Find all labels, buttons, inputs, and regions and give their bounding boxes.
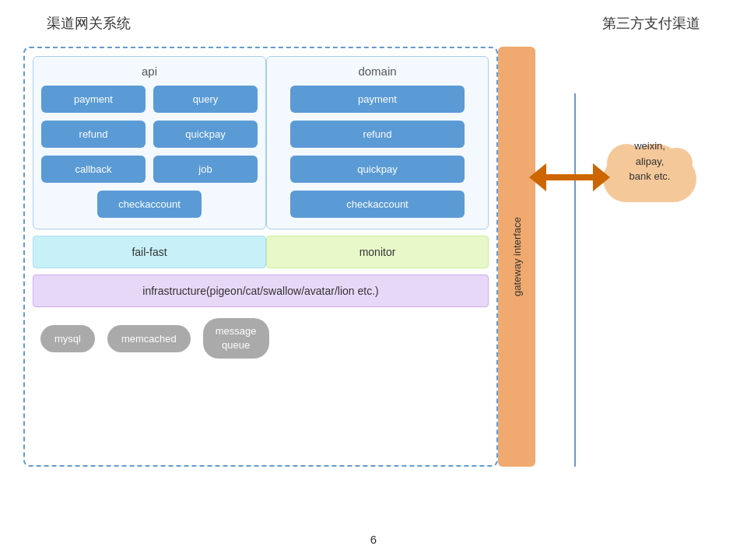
right-system-label: 第三方支付渠道 <box>602 14 700 33</box>
header: 渠道网关系统 第三方支付渠道 <box>0 0 747 33</box>
mysql-item: mysql <box>40 325 95 352</box>
domain-column: domain payment refund quickpay checkacco… <box>266 56 489 229</box>
api-checkaccount-btn[interactable]: checkaccount <box>97 191 201 218</box>
api-job-btn[interactable]: job <box>153 156 258 183</box>
left-system-box: api payment query refund quickpay callba… <box>23 47 498 467</box>
message-queue-item: messagequeue <box>203 318 269 359</box>
arrow-left-head <box>529 163 546 191</box>
storage-row: mysql memcached messagequeue <box>33 318 489 363</box>
main-content: api payment query refund quickpay callba… <box>23 47 724 467</box>
infrastructure-box: infrastructure(pigeon/cat/swallow/avatar… <box>33 275 489 307</box>
mid-section: fail-fast monitor <box>33 236 489 268</box>
api-callback-btn[interactable]: callback <box>41 156 146 183</box>
api-column: api payment query refund quickpay callba… <box>33 56 266 229</box>
domain-payment-btn[interactable]: payment <box>290 86 465 113</box>
top-section: api payment query refund quickpay callba… <box>33 56 489 229</box>
arrow-line <box>546 174 593 180</box>
domain-quickpay-btn[interactable]: quickpay <box>290 156 465 183</box>
page-number: 6 <box>0 533 747 546</box>
api-refund-btn[interactable]: refund <box>41 121 146 148</box>
monitor-box: monitor <box>266 236 489 268</box>
cloud-shape: weixin,alipay,bank etc. <box>591 124 716 210</box>
left-plus-gateway: api payment query refund quickpay callba… <box>23 47 535 467</box>
fail-fast-box: fail-fast <box>33 236 266 268</box>
memcached-item: memcached <box>107 325 191 352</box>
left-system-label: 渠道网关系统 <box>47 14 131 33</box>
domain-items: payment refund quickpay checkaccount <box>275 86 480 218</box>
domain-title: domain <box>275 65 480 78</box>
api-quickpay-btn[interactable]: quickpay <box>153 121 258 148</box>
domain-refund-btn[interactable]: refund <box>290 121 465 148</box>
gateway-interface-bar: gateway interface <box>498 47 535 467</box>
api-title: api <box>41 65 258 78</box>
api-grid: payment query refund quickpay callback j… <box>41 86 258 218</box>
vertical-divider-line <box>574 93 576 467</box>
cloud-text: weixin,alipay,bank etc. <box>595 138 704 184</box>
api-payment-btn[interactable]: payment <box>41 86 146 113</box>
api-query-btn[interactable]: query <box>153 86 258 113</box>
domain-checkaccount-btn[interactable]: checkaccount <box>290 191 465 218</box>
